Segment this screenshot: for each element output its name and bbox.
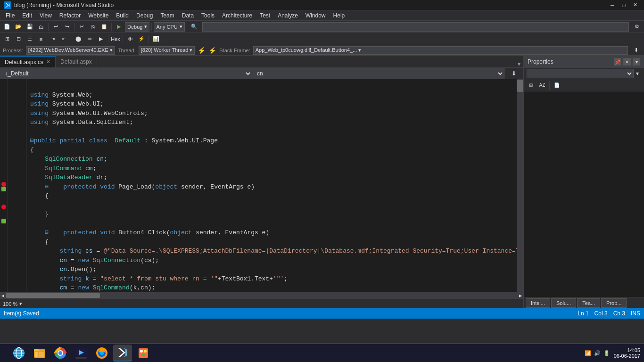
tb2-outdent[interactable]: ⇤ — [58, 34, 69, 44]
close-button[interactable]: ✕ — [630, 1, 640, 9]
menu-item-data[interactable]: Data — [178, 10, 198, 21]
minimize-button[interactable]: ─ — [607, 1, 618, 9]
scrollbar-thumb-v[interactable] — [517, 80, 523, 92]
nav-arrow[interactable]: ⬇ — [504, 70, 523, 77]
tb2-btn4[interactable]: ≡ — [36, 34, 46, 44]
menu-item-build[interactable]: Build — [112, 10, 132, 21]
menu-item-team[interactable]: Team — [157, 10, 178, 21]
stack-more-btn[interactable]: ⬇ — [631, 45, 641, 56]
menu-item-file[interactable]: File — [2, 10, 18, 21]
horizontal-scroll[interactable]: ◂ ▸ — [0, 292, 523, 299]
svg-marker-0 — [5, 3, 9, 8]
tb2-autos[interactable]: ⚡ — [136, 34, 147, 44]
menu-item-analyze[interactable]: Analyze — [274, 10, 302, 21]
scrollbar-thumb-h[interactable] — [6, 293, 100, 298]
tb2-play[interactable]: ▶ — [96, 34, 106, 44]
svg-rect-10 — [39, 352, 44, 357]
sep7 — [108, 35, 108, 43]
properties-toolbar: ⊞ AZ 📄 — [524, 79, 644, 91]
toolbar-more-btn[interactable]: ⚙ — [632, 22, 642, 32]
properties-header-controls: 📌 ✕ ▾ — [614, 58, 640, 66]
tb2-callstack[interactable]: 📊 — [151, 34, 161, 44]
properties-object-more[interactable]: ▾ — [634, 69, 641, 78]
clock-area[interactable]: 14:05 06-06-2017 — [614, 347, 640, 359]
bookmark-2 — [1, 219, 6, 223]
tab-default-aspx[interactable]: Default.aspx — [56, 56, 97, 67]
menu-item-architecture[interactable]: Architecture — [218, 10, 256, 21]
search-box[interactable] — [202, 22, 629, 32]
prop-close-btn[interactable]: ✕ — [623, 58, 631, 66]
svg-point-25 — [142, 354, 145, 356]
tab-scroll-btn[interactable]: ▾ — [515, 61, 523, 67]
vs-icon — [4, 1, 11, 9]
tb2-bp[interactable]: ⬤ — [73, 34, 83, 44]
start-debug-btn[interactable]: ▶ — [114, 22, 124, 32]
taskbar-right: 📶 🔊 🔋 14:05 06-06-2017 — [585, 347, 640, 359]
new-project-btn[interactable]: 📄 — [2, 22, 12, 32]
class-dropdown[interactable]: ↓_Default — [0, 68, 252, 79]
save-all-btn[interactable]: 🗂 — [36, 22, 46, 32]
find-btn[interactable]: 🔍 — [189, 22, 199, 32]
code-nav: ↓_Default cn ⬇ — [0, 68, 523, 79]
taskbar-media[interactable] — [72, 345, 91, 362]
tb2-step[interactable]: ⇨ — [84, 34, 95, 44]
taskbar-chrome[interactable] — [51, 345, 70, 362]
svg-point-24 — [144, 350, 147, 353]
stack-dropdown[interactable]: App_Web_tp0cuowg.dll!_Default.Button4_..… — [253, 46, 628, 55]
tab-close-1[interactable]: ✕ — [46, 59, 50, 65]
menu-item-test[interactable]: Test — [256, 10, 274, 21]
editor-scrollbar[interactable] — [517, 79, 523, 292]
code-content[interactable]: using System.Web; using System.Web.UI; u… — [26, 79, 517, 292]
taskbar-icons: 📶 🔊 🔋 — [585, 350, 610, 356]
menu-item-refactor[interactable]: Refactor — [56, 10, 84, 21]
process-label: Process: — [3, 48, 23, 53]
scroll-right-btn[interactable]: ▸ — [518, 292, 523, 299]
redo-btn[interactable]: ↪ — [62, 22, 72, 32]
bottom-tab-prop[interactable]: Prop... — [601, 298, 627, 308]
properties-object-dropdown[interactable] — [527, 69, 634, 78]
zoom-dropdown[interactable]: ▾ — [19, 301, 22, 307]
menu-item-window[interactable]: Window — [302, 10, 330, 21]
tb2-indent[interactable]: ⇥ — [47, 34, 58, 44]
open-btn[interactable]: 📂 — [13, 22, 24, 32]
bottom-tab-solu[interactable]: Solu... — [551, 298, 576, 308]
thread-dropdown[interactable]: [820] Worker Thread ▾ — [139, 46, 195, 55]
toolbar-2: ⊞ ⊟ ☰ ≡ ⇥ ⇤ ⬤ ⇨ ▶ Hex 👁 ⚡ 📊 — [0, 33, 644, 45]
menu-item-tools[interactable]: Tools — [198, 10, 218, 21]
taskbar-explorer[interactable] — [30, 345, 49, 362]
cut-btn[interactable]: ✂ — [76, 22, 87, 32]
maximize-button[interactable]: □ — [619, 1, 629, 9]
tab-default-aspx-cs[interactable]: Default.aspx.cs ✕ — [0, 56, 56, 67]
scroll-left-btn[interactable]: ◂ — [0, 292, 6, 299]
menu-item-website[interactable]: Website — [84, 10, 112, 21]
tb2-btn3[interactable]: ☰ — [25, 34, 35, 44]
bottom-tab-tea[interactable]: Tea... — [577, 298, 600, 308]
prop-page-btn[interactable]: 📄 — [552, 80, 562, 90]
taskbar-firefox[interactable] — [92, 345, 111, 362]
process-dropdown[interactable]: [4292] WebDev.WebServer40.EXE ▾ — [26, 46, 115, 55]
tb2-watch[interactable]: 👁 — [125, 34, 135, 44]
menu-item-help[interactable]: Help — [330, 10, 349, 21]
paste-btn[interactable]: 📋 — [99, 22, 109, 32]
taskbar-paint[interactable] — [134, 345, 153, 362]
menu-item-edit[interactable]: Edit — [18, 10, 36, 21]
save-btn[interactable]: 💾 — [25, 22, 35, 32]
menu-item-debug[interactable]: Debug — [132, 10, 157, 21]
menu-item-view[interactable]: View — [36, 10, 56, 21]
prop-sort-alpha-btn[interactable]: AZ — [537, 80, 547, 90]
platform-dropdown[interactable]: Any CPU ▾ — [154, 22, 184, 32]
copy-btn[interactable]: ⎘ — [88, 22, 98, 32]
title-bar: blog (Running) - Microsoft Visual Studio… — [0, 0, 644, 10]
tb2-btn1[interactable]: ⊞ — [2, 34, 12, 44]
tb2-hex[interactable]: Hex — [110, 34, 121, 44]
undo-btn[interactable]: ↩ — [50, 22, 61, 32]
taskbar-vs[interactable] — [113, 345, 132, 362]
debug-mode-dropdown[interactable]: Debug ▾ — [125, 22, 149, 32]
bottom-tab-intel[interactable]: Intel... — [526, 298, 550, 308]
prop-expand-btn[interactable]: ▾ — [633, 58, 640, 66]
prop-pin-btn[interactable]: 📌 — [614, 58, 621, 66]
member-dropdown[interactable]: cn — [252, 68, 504, 79]
taskbar-ie[interactable] — [9, 345, 28, 362]
prop-sort-cat-btn[interactable]: ⊞ — [526, 80, 536, 90]
tb2-btn2[interactable]: ⊟ — [13, 34, 24, 44]
